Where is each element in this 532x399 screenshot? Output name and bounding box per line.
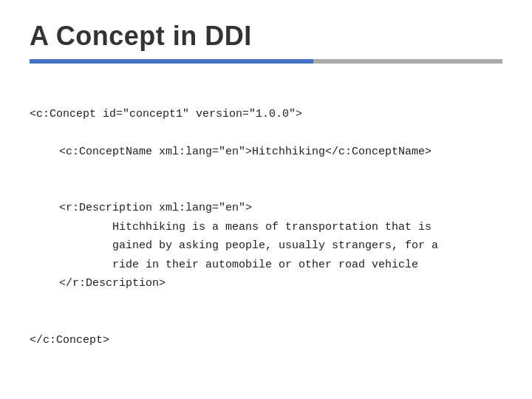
content-area: <c:Concept id="concept1" version="1.0.0"… (0, 64, 532, 399)
code-line-1: <c:Concept id="concept1" version="1.0.0"… (30, 108, 302, 120)
code-block: <c:Concept id="concept1" version="1.0.0"… (30, 86, 502, 387)
code-line-6: ride in their automobile or other road v… (30, 256, 502, 275)
slide-title: A Concept in DDI (30, 21, 502, 52)
code-line-7: </r:Description> (30, 274, 502, 293)
code-line-3: <r:Description xml:lang="en"> (30, 199, 502, 218)
title-area: A Concept in DDI (0, 0, 532, 64)
code-line-5: gained by asking people, usually strange… (30, 236, 502, 256)
code-line-2: <c:ConceptName xml:lang="en">Hitchhiking… (30, 143, 502, 162)
slide: A Concept in DDI <c:Concept id="concept1… (0, 0, 532, 399)
code-line-8: </c:Concept> (30, 331, 502, 350)
code-line-4: Hitchhiking is a means of transportation… (30, 218, 502, 237)
